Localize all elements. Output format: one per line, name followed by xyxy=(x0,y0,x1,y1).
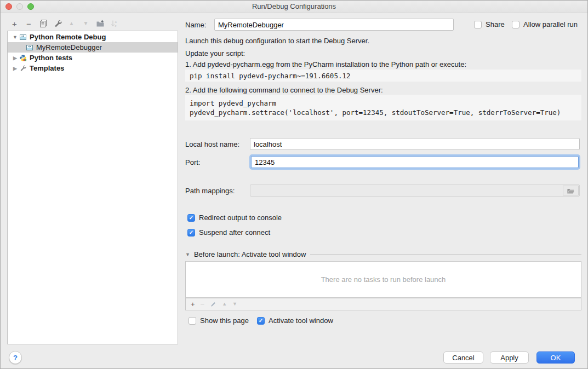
add-configuration-button[interactable]: + xyxy=(10,19,19,28)
folder-icon xyxy=(567,187,575,194)
chevron-right-icon[interactable]: ▶ xyxy=(12,55,18,61)
settrace-code[interactable]: import pydevd_pycharm pydevd_pycharm.set… xyxy=(185,95,581,120)
tree-item-myremotedebugger[interactable]: MyRemoteDebugger xyxy=(8,42,178,53)
create-folder-button[interactable] xyxy=(95,19,105,28)
svg-text:a: a xyxy=(115,20,117,24)
chevron-right-icon[interactable]: ▶ xyxy=(12,66,18,71)
suspend-after-connect-row: Suspend after connect xyxy=(187,228,270,237)
folder-plus-icon xyxy=(96,19,105,28)
step1-text: 1. Add pydevd-pycharm.egg from the PyCha… xyxy=(185,60,466,68)
activate-tool-window-label: Activate tool window xyxy=(269,316,333,325)
local-host-label: Local host name: xyxy=(185,140,239,148)
browse-path-mappings-button[interactable] xyxy=(563,186,579,195)
sort-az-icon: a z xyxy=(110,19,119,28)
update-script-text: Update your script: xyxy=(185,49,245,57)
redirect-output-checkbox[interactable] xyxy=(187,214,195,222)
name-input[interactable] xyxy=(214,19,454,31)
wrench-icon xyxy=(53,19,62,28)
chevron-down-icon[interactable]: ▼ xyxy=(12,34,18,40)
show-this-page-label: Show this page xyxy=(200,316,249,325)
tree-item-label: Python Remote Debug xyxy=(30,33,106,41)
close-window-button[interactable] xyxy=(5,3,12,10)
tree-item-python-remote-debug[interactable]: ▼ Python Remote Debug xyxy=(8,32,178,42)
name-label: Name: xyxy=(185,21,206,29)
tree-item-label: Python tests xyxy=(30,54,72,62)
pencil-icon xyxy=(210,301,216,308)
configurations-toolbar: + − ▲ ▼ a z xyxy=(10,19,119,28)
remove-task-button[interactable]: − xyxy=(201,301,205,308)
minimize-window-button[interactable] xyxy=(16,3,23,10)
suspend-after-connect-checkbox[interactable] xyxy=(187,229,195,237)
question-mark-icon: ? xyxy=(13,354,18,362)
before-launch-header[interactable]: ▼ Before launch: Activate tool window xyxy=(185,250,581,258)
run-debug-configurations-dialog: Run/Debug Configurations + − ▲ ▼ xyxy=(0,0,588,369)
before-launch-title: Before launch: Activate tool window xyxy=(194,250,306,258)
before-launch-task-list[interactable]: There are no tasks to run before launch xyxy=(185,261,581,298)
edit-task-button[interactable] xyxy=(210,301,216,308)
pip-command-text: pip install pydevd-pycharm~=191.6605.12 xyxy=(190,71,577,80)
share-checkbox[interactable] xyxy=(474,21,482,28)
help-button[interactable]: ? xyxy=(9,351,22,364)
copy-configuration-button[interactable] xyxy=(38,19,48,28)
share-checkbox-row: Share xyxy=(474,20,505,28)
configurations-tree: ▼ Python Remote Debug MyRemoteDebugger xyxy=(7,31,178,344)
apply-button[interactable]: Apply xyxy=(490,351,529,364)
copy-icon xyxy=(39,19,48,28)
ok-button[interactable]: OK xyxy=(536,351,575,364)
activate-tool-window-checkbox[interactable] xyxy=(257,317,265,325)
section-divider xyxy=(310,254,581,255)
allow-parallel-run-checkbox[interactable] xyxy=(512,21,520,28)
settrace-code-line2: pydevd_pycharm.settrace('localhost', por… xyxy=(190,108,577,117)
cancel-button[interactable]: Cancel xyxy=(443,351,483,364)
port-label: Port: xyxy=(185,158,200,166)
settrace-code-line1: import pydevd_pycharm xyxy=(190,99,577,108)
svg-text:z: z xyxy=(115,24,116,27)
no-tasks-text: There are no tasks to run before launch xyxy=(321,275,446,284)
port-input[interactable] xyxy=(251,156,579,168)
remote-debug-icon xyxy=(26,44,34,51)
move-task-down-button[interactable]: ▼ xyxy=(232,302,237,307)
description-text: Launch this debug configuration to start… xyxy=(185,37,369,45)
minus-icon: − xyxy=(26,20,31,28)
activate-tool-window-row: Activate tool window xyxy=(257,316,333,325)
title-bar: Run/Debug Configurations xyxy=(1,1,587,13)
pip-command-code[interactable]: pip install pydevd-pycharm~=191.6605.12 xyxy=(185,70,581,82)
move-task-up-button[interactable]: ▲ xyxy=(222,302,227,307)
remote-debug-icon xyxy=(19,33,27,41)
share-label: Share xyxy=(486,20,505,28)
window-title: Run/Debug Configurations xyxy=(1,1,587,13)
show-this-page-row: Show this page xyxy=(189,316,249,325)
allow-parallel-run-label: Allow parallel run xyxy=(523,20,578,28)
tree-item-label: MyRemoteDebugger xyxy=(36,43,102,51)
arrow-up-icon: ▲ xyxy=(69,21,75,26)
sort-configurations-button[interactable]: a z xyxy=(110,19,119,28)
plus-icon: + xyxy=(12,20,17,28)
arrow-down-icon: ▼ xyxy=(83,21,89,26)
path-mappings-field[interactable] xyxy=(250,184,580,197)
move-down-button[interactable]: ▼ xyxy=(81,19,90,28)
redirect-output-label: Redirect output to console xyxy=(199,214,282,222)
path-mappings-label: Path mappings: xyxy=(185,187,235,195)
move-up-button[interactable]: ▲ xyxy=(67,19,76,28)
redirect-output-row: Redirect output to console xyxy=(187,214,282,222)
suspend-after-connect-label: Suspend after connect xyxy=(199,228,270,237)
step2-text: 2. Add the following command to connect … xyxy=(185,86,383,94)
before-launch-toolbar: + − ▲ ▼ xyxy=(185,298,581,310)
edit-templates-button[interactable] xyxy=(53,19,62,28)
add-task-button[interactable]: + xyxy=(191,301,195,308)
show-this-page-checkbox[interactable] xyxy=(189,317,196,325)
remove-configuration-button[interactable]: − xyxy=(24,19,33,28)
local-host-input[interactable] xyxy=(250,138,580,150)
chevron-down-icon[interactable]: ▼ xyxy=(185,252,190,257)
tree-item-python-tests[interactable]: ▶ Python tests xyxy=(8,53,178,63)
tree-item-label: Templates xyxy=(30,64,64,72)
wrench-icon xyxy=(19,65,27,72)
tree-item-templates[interactable]: ▶ Templates xyxy=(8,63,178,73)
python-tests-icon xyxy=(19,54,27,62)
allow-parallel-checkbox-row: Allow parallel run xyxy=(512,20,578,28)
zoom-window-button[interactable] xyxy=(27,3,34,10)
